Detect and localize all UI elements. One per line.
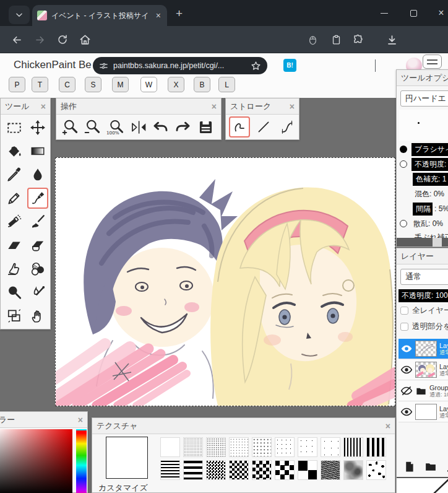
downloads-button[interactable] [384,32,400,48]
texture-swatch-dots-6[interactable] [321,437,340,457]
tool-pen[interactable] [27,188,48,209]
clipboard-extension-button[interactable] [328,32,344,48]
shortcut-key-m[interactable]: M [112,77,129,92]
add-layer-icon[interactable] [403,460,416,473]
tool-fill[interactable] [4,141,25,162]
window-close-button[interactable]: × [433,7,448,19]
eye-visible-icon[interactable] [400,364,413,376]
tool-rect-select[interactable] [4,117,25,138]
tool-brush[interactable] [27,211,48,232]
texture-swatch-dots-3[interactable] [252,437,272,457]
zoom-out-button[interactable] [82,117,102,137]
tool-panel-close-icon[interactable]: × [41,102,46,111]
lock-alpha-checkbox[interactable]: 透明部分を [397,321,448,332]
eye-hidden-icon[interactable] [400,385,413,397]
shortcut-key-w[interactable]: W [140,77,157,92]
scatter-slider[interactable]: 散乱: 0% [397,217,448,230]
zoom-in-button[interactable] [60,117,80,137]
texture-swatch-clouds[interactable] [343,460,363,480]
merge-down-icon[interactable] [446,460,448,473]
tool-pencil[interactable] [4,188,25,209]
checkbox-icon[interactable] [400,307,408,315]
window-minimize-button[interactable] [376,7,392,19]
shortcut-key-t[interactable]: T [32,77,48,92]
resat-slider[interactable]: 色補充: 1 [397,173,448,185]
spacing-slider[interactable]: 間隔 : 5% [397,203,448,215]
eye-visible-icon[interactable] [400,406,413,418]
stroke-bezier[interactable] [277,116,298,137]
texture-swatch-checker-xlarge[interactable] [275,460,295,480]
layer-row-group[interactable]: Group通過: 10 [398,381,448,401]
site-info-icon[interactable] [99,61,108,71]
scatter-bullet-icon[interactable] [400,220,407,227]
tool-water[interactable] [27,164,48,185]
layer-row-top[interactable]: Lay通常 [398,339,448,359]
tool-blender[interactable] [27,258,48,279]
tool-eyedropper[interactable] [4,164,25,185]
tab-close-icon[interactable]: × [155,11,162,20]
layer-opacity-slider[interactable]: 不透明度: 100 [398,289,448,302]
texture-swatch-none[interactable] [160,437,180,457]
flip-horizontal-button[interactable] [128,117,148,137]
hatena-extension-badge[interactable]: B! [283,59,296,72]
texture-swatch-hlines-thick[interactable] [183,460,203,480]
brush-type-dropdown[interactable]: 円ハードエ [400,90,448,107]
layer-row-art[interactable]: Lay通常 [398,360,448,380]
reload-button[interactable] [54,32,71,48]
add-folder-icon[interactable] [424,460,437,473]
hue-slider[interactable] [76,429,87,493]
texture-swatch-checker-large[interactable] [252,460,272,480]
shortcut-key-b[interactable]: B [194,77,210,92]
mouse-extension-button[interactable] [304,32,321,48]
checkbox-icon[interactable] [400,323,408,331]
tool-eraser[interactable] [4,235,25,256]
tool-smudge[interactable] [4,258,25,279]
texture-swatch-vlines-thick[interactable] [366,437,386,457]
resize-grip-area[interactable] [397,478,448,493]
blend-mode-dropdown[interactable]: 通常 [400,269,448,285]
redo-button[interactable] [173,117,192,137]
tool-hand[interactable] [27,305,48,326]
bookmark-star-icon[interactable] [251,61,261,71]
menu-toggle-button[interactable] [423,55,442,69]
tool-soft-eraser[interactable] [27,235,48,256]
browser-tab[interactable]: イベント - イラスト投稿サイト Petit N × [32,5,167,26]
opacity-bullet-icon[interactable] [400,160,407,168]
url-text[interactable]: paintbbs.sakura.ne.jp/petit/cgi/... [113,61,246,70]
eye-visible-icon[interactable] [400,342,413,355]
texture-panel-close-icon[interactable]: × [386,422,390,430]
window-maximize-button[interactable] [405,7,421,19]
texture-swatch-spots[interactable] [366,460,386,480]
opacity-slider[interactable]: 不透明度: [397,158,448,170]
texture-swatch-dots-2[interactable] [229,437,249,457]
texture-swatch-diagonal-squares[interactable] [298,460,317,480]
undo-button[interactable] [150,117,170,137]
layer-row-background[interactable]: Lay通常 [398,402,448,422]
extensions-button[interactable] [350,32,366,48]
color-panel-close-icon[interactable]: × [78,416,83,424]
drawing-canvas[interactable] [55,157,395,406]
saturation-value-picker[interactable] [0,429,72,493]
texture-swatch-dots-1[interactable] [206,437,226,457]
texture-swatch-dots-5[interactable] [298,437,317,457]
zoom-100-button[interactable]: 100% [105,117,126,137]
brush-size-bullet-icon[interactable] [400,146,407,153]
shortcut-key-c[interactable]: C [59,77,75,92]
tool-transform[interactable] [4,305,25,326]
stroke-freehand[interactable] [229,116,250,137]
forward-button[interactable] [32,32,48,48]
tool-gradient[interactable] [27,141,48,162]
tool-burn[interactable] [27,282,48,303]
texture-swatch-checker-small[interactable] [206,460,226,480]
new-tab-button[interactable]: + [176,7,183,19]
texture-swatch-vlines-thin[interactable] [343,437,363,457]
sample-all-layers-checkbox[interactable]: 全レイヤー [397,305,448,316]
tool-dodge[interactable] [4,282,25,303]
stroke-panel-close-icon[interactable]: × [290,102,295,111]
home-button[interactable] [77,32,93,48]
back-button[interactable] [9,32,25,48]
tool-move[interactable] [27,117,48,138]
scrollbar-thumb[interactable] [433,238,442,246]
shortcut-key-p[interactable]: P [9,77,25,92]
tab-search-chevron-button[interactable] [9,6,30,24]
